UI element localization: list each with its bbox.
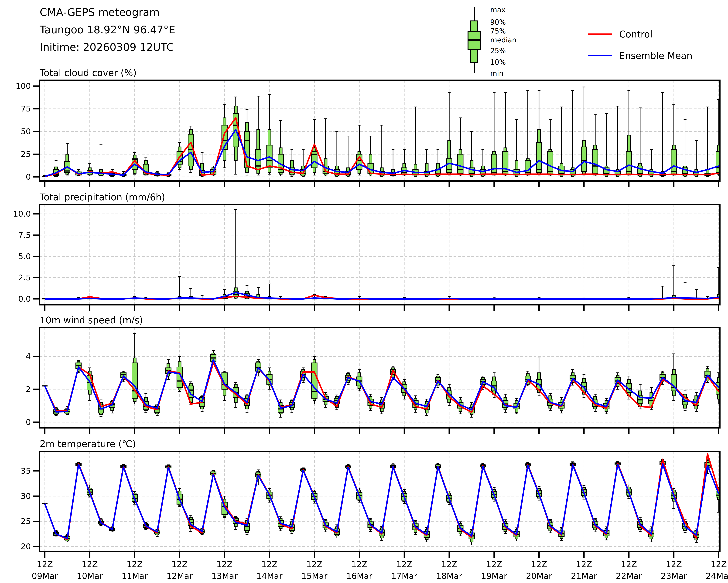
box-t30 [379,125,384,176]
box-25-75 [548,151,553,174]
x-tick-label-time: 12Z [351,559,367,569]
x-tick-label-time: 12Z [711,559,727,569]
x-tick-label-date: 14Mar [256,571,283,581]
box-t58 [694,140,699,176]
box-25-75 [581,147,587,171]
box-t41 [503,92,508,176]
x-tick-label-date: 11Mar [122,571,148,581]
box-t55 [660,92,665,177]
panel-temp: 20253035 [21,451,721,558]
box-t6 [109,170,115,177]
x-tick-label-date: 19Mar [481,571,507,581]
x-tick-label-time: 12Z [621,559,637,569]
box-25-75 [446,159,452,172]
box-25-75 [593,150,598,173]
box-t16 [222,104,227,168]
box-t57 [682,120,688,176]
y-tick-label: 4 [26,352,31,361]
box-25-75 [491,154,497,174]
box-t2 [64,143,70,175]
y-tick-label: 0 [26,418,31,427]
x-tick-label-time: 12Z [82,559,98,569]
y-tick-label: 10.0 [13,209,31,219]
y-tick-label: 7.5 [18,230,31,240]
y-tick-label: 0.0 [18,294,31,304]
box-t56 [671,104,677,176]
box-t59 [705,107,710,177]
box-25-75 [312,363,317,398]
x-tick-label-date: 12Mar [166,571,193,581]
x-tick-label-time: 12Z [127,559,143,569]
legend-box-10-25 [471,50,478,62]
boxplots [42,87,722,177]
x-tick-label-date: 09Mar [32,571,58,581]
box-t47 [570,91,575,176]
box-25-75 [716,151,722,172]
x-axis-labels: 12Z09Mar12Z10Mar12Z11Mar12Z12Mar12Z13Mar… [32,559,728,581]
meteogram-page: CMA-GEPS meteogram Taungoo 18.92°N 96.47… [0,0,728,583]
box-t60 [716,267,722,299]
y-tick-label: 2.5 [18,273,31,282]
box-t20 [267,284,272,299]
plot-border [40,204,720,305]
box-t35 [435,150,441,176]
x-tick-label-date: 13Mar [211,571,238,581]
x-tick-label-date: 18Mar [436,571,462,581]
box-t24 [312,356,317,404]
x-tick-label-date: 23Mar [661,571,687,581]
box-t53 [638,108,643,176]
x-tick-label-date: 17Mar [391,571,417,581]
box-t4 [87,163,93,176]
legend-box-75-90 [471,21,478,31]
y-tick-label: 20 [21,542,31,551]
box-t55 [660,286,665,299]
box-t52 [626,91,631,176]
x-tick-label-date: 15Mar [301,571,328,581]
boxplots [42,210,722,299]
y-tick-label: 30 [21,492,31,501]
box-t56 [671,354,677,401]
x-tick-label-date: 22Mar [616,571,642,581]
box-25-75 [626,151,631,174]
box-t42 [514,120,519,176]
box-t50 [604,113,609,176]
y-tick-label: 25 [21,149,31,159]
y-tick-label: 2 [26,385,31,394]
meteogram-figure: 02550751000.02.55.07.510.00242025303512Z… [0,0,728,583]
y-tick-label: 25 [21,517,31,526]
x-tick-label-time: 12Z [666,559,682,569]
box-t45 [548,120,553,176]
x-tick-label-time: 12Z [441,559,458,569]
x-tick-label-date: 16Mar [346,571,372,581]
box-25-75 [536,142,542,172]
panel-cloud: 0255075100 [16,80,722,187]
y-tick-label: 50 [21,127,31,136]
x-tick-label-time: 12Z [37,559,53,569]
x-tick-label-date: 20Mar [526,571,552,581]
panel-precip: 0.02.55.07.510.0 [13,204,722,311]
x-tick-label-date: 21Mar [571,571,597,581]
box-25-75 [244,132,250,168]
x-tick-label-time: 12Z [396,559,412,569]
box-t5 [98,144,104,176]
x-tick-label-time: 12Z [576,559,592,569]
legend-box-glyph [468,7,481,73]
box-t57 [682,283,688,299]
y-tick-label: 0 [26,172,31,182]
box-t17 [233,210,238,299]
ensemble-mean-line [45,293,719,299]
box-25-75 [503,151,508,174]
panel-wind: 024 [26,328,722,434]
box-t43 [525,91,530,176]
box-t32 [401,150,407,176]
y-tick-label: 75 [21,104,31,113]
box-25-75 [458,154,463,173]
x-tick-label-time: 12Z [306,559,322,569]
y-tick-label: 35 [21,466,31,475]
y-tick-label: 5.0 [18,252,31,261]
x-tick-label-date: 10Mar [77,571,103,581]
box-t46 [559,107,564,176]
y-tick-label: 100 [16,81,31,91]
x-tick-label-time: 12Z [216,559,233,569]
box-t19 [256,96,261,175]
